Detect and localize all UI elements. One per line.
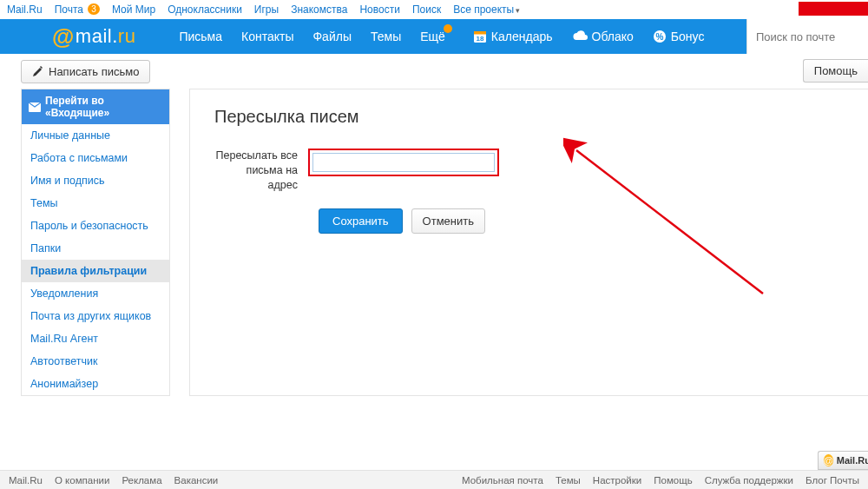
sidebar-item-11[interactable]: Анонимайзер — [22, 373, 169, 395]
sidebar-item-3[interactable]: Темы — [22, 192, 169, 215]
nav-cloud[interactable]: Облако — [572, 30, 634, 43]
sidebar-item-6[interactable]: Правила фильтрации — [22, 260, 169, 282]
topnav-mymir[interactable]: Мой Мир — [112, 3, 155, 16]
topnav-games[interactable]: Игры — [254, 3, 279, 16]
topnav-mail[interactable]: Почта 3 — [55, 3, 100, 16]
nav-files[interactable]: Файлы — [312, 30, 351, 43]
settings-sidebar: Перейти во «Входящие» Личные данныеРабот… — [21, 89, 170, 396]
mailru-agent-widget[interactable]: @ Mail.Ru А — [818, 451, 868, 470]
footer-left-1[interactable]: О компании — [55, 475, 109, 486]
footer-right-4[interactable]: Служба поддержки — [705, 475, 793, 486]
sidebar-item-8[interactable]: Почта из других ящиков — [22, 305, 169, 327]
topnav-mail-badge: 3 — [88, 3, 100, 15]
svg-text:18: 18 — [476, 35, 483, 43]
footer-right-3[interactable]: Помощь — [654, 475, 692, 486]
save-button[interactable]: Сохранить — [319, 208, 403, 234]
forward-email-input[interactable] — [312, 153, 495, 172]
topbar-red-button[interactable] — [799, 2, 868, 16]
help-button[interactable]: Помощь — [803, 59, 868, 83]
caret-down-icon: ▾ — [516, 6, 520, 15]
mailru-logo[interactable]: @mail.ru — [52, 23, 135, 50]
forward-label: Пересылать все письма на адрес — [214, 149, 308, 193]
topnav-mail-label: Почта — [55, 3, 83, 16]
topnav-search[interactable]: Поиск — [412, 3, 441, 16]
topnav-odnoklassniki[interactable]: Одноклассники — [168, 3, 242, 16]
form-buttons: Сохранить Отменить — [319, 208, 844, 234]
page-layout: Перейти во «Входящие» Личные данныеРабот… — [0, 89, 868, 396]
sidebar-go-to-inbox[interactable]: Перейти во «Входящие» — [22, 89, 169, 124]
envelope-icon — [29, 102, 41, 112]
footer-right-5[interactable]: Блог Почты — [806, 475, 859, 486]
main-content: Пересылка писем Пересылать все письма на… — [189, 89, 868, 396]
sidebar-item-1[interactable]: Работа с письмами — [22, 147, 169, 169]
cloud-icon — [572, 30, 588, 43]
toolbar: Написать письмо Помощь — [0, 54, 868, 89]
nav-more[interactable]: Ещё — [420, 30, 445, 43]
forward-row: Пересылать все письма на адрес — [214, 149, 844, 193]
sidebar-item-7[interactable]: Уведомления — [22, 282, 169, 305]
footer-left-0[interactable]: Mail.Ru — [9, 475, 43, 486]
agent-at-icon: @ — [824, 454, 833, 466]
footer: Mail.RuО компанииРекламаВакансии Мобильн… — [0, 470, 868, 489]
svg-text:%: % — [655, 32, 663, 42]
sidebar-item-4[interactable]: Пароль и безопасность — [22, 215, 169, 237]
nav-contacts[interactable]: Контакты — [241, 30, 293, 43]
nav-themes[interactable]: Темы — [371, 30, 401, 43]
nav-letters[interactable]: Письма — [179, 30, 222, 43]
cancel-button[interactable]: Отменить — [411, 208, 485, 234]
topnav-allprojects[interactable]: Все проекты▾ — [453, 3, 520, 16]
svg-rect-1 — [474, 31, 486, 35]
footer-right-1[interactable]: Темы — [556, 475, 581, 486]
topnav-mailru[interactable]: Mail.Ru — [7, 3, 43, 16]
topnav-dating[interactable]: Знакомства — [291, 3, 347, 16]
compose-button[interactable]: Написать письмо — [21, 60, 150, 83]
sidebar-item-2[interactable]: Имя и подпись — [22, 169, 169, 192]
page-title: Пересылка писем — [214, 107, 844, 127]
sidebar-item-9[interactable]: Mail.Ru Агент — [22, 327, 169, 350]
sidebar-item-0[interactable]: Личные данные — [22, 124, 169, 147]
logo-at-icon: @ — [52, 23, 75, 50]
sidebar-item-5[interactable]: Папки — [22, 237, 169, 260]
main-nav: @mail.ru Письма Контакты Файлы Темы Ещё … — [0, 19, 868, 54]
sidebar-item-10[interactable]: Автоответчик — [22, 350, 169, 373]
nav-more-badge-icon — [444, 24, 452, 33]
nav-bonus[interactable]: % Бонус — [653, 30, 705, 43]
topnav-news[interactable]: Новости — [359, 3, 399, 16]
footer-left-3[interactable]: Вакансии — [174, 475, 219, 486]
nav-calendar[interactable]: 18 Календарь — [473, 30, 553, 43]
compose-icon — [32, 66, 43, 77]
forward-input-highlight — [308, 149, 499, 176]
topnav-allprojects-label: Все проекты — [453, 3, 514, 16]
mail-search-input[interactable] — [756, 30, 868, 43]
footer-right-0[interactable]: Мобильная почта — [462, 475, 543, 486]
mail-search-container — [746, 19, 868, 54]
footer-left-2[interactable]: Реклама — [122, 475, 161, 486]
footer-right-2[interactable]: Настройки — [593, 475, 641, 486]
portal-top-nav: Mail.Ru Почта 3 Мой Мир Одноклассники Иг… — [0, 0, 868, 19]
bonus-icon: % — [653, 30, 667, 43]
calendar-icon: 18 — [473, 30, 487, 43]
